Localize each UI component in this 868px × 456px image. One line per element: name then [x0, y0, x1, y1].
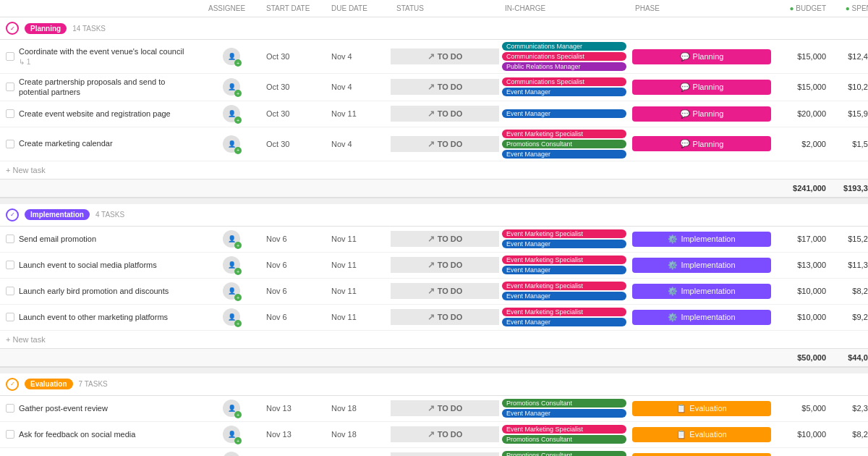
project-table: ASSIGNEE START DATE DUE DATE STATUS IN-C… [0, 0, 868, 456]
status-cell[interactable]: ↗ TO DO [391, 136, 499, 152]
add-assignee-button[interactable]: + [234, 268, 242, 275]
phase-cell: 📋 Evaluation [629, 425, 774, 444]
todo-label: TO DO [438, 52, 463, 61]
phase-icon: 📋 [676, 430, 686, 439]
todo-badge: ↗ TO DO [427, 312, 463, 322]
status-cell[interactable]: ↗ TO DO [391, 309, 499, 325]
spend-cell: $8,234 [832, 285, 868, 297]
due-date-cell: Nov 11 [326, 259, 391, 271]
task-name: Send email promotion [19, 234, 96, 244]
task-checkbox[interactable] [6, 52, 14, 61]
section-circle-planning[interactable]: ✓ [6, 22, 19, 35]
section-circle-evaluation[interactable]: ✓ [6, 378, 19, 391]
task-name: Create event website and registration pa… [19, 109, 171, 119]
phase-icon: ⚙️ [668, 287, 678, 296]
assignee-cell: 👤 + [203, 308, 260, 326]
task-name-cell: Launch event to social media platforms [0, 257, 203, 273]
task-checkbox[interactable] [6, 261, 14, 269]
status-cell[interactable]: ↗ TO DO [391, 257, 499, 273]
phase-label: Planning [693, 109, 724, 118]
status-cell[interactable]: ↗ TO DO [391, 231, 499, 247]
todo-label: TO DO [438, 261, 463, 269]
spend-cell: $12,402 [832, 51, 868, 62]
incharge-tag: Promotions Consultant [502, 140, 626, 148]
incharge-cell: Communications SpecialistEvent Manager [499, 75, 629, 98]
todo-icon: ↗ [427, 260, 435, 270]
add-assignee-button[interactable]: + [234, 437, 242, 444]
assignee-avatar: 👤 + [223, 400, 240, 417]
task-row: Gather post-event review 👤 + Nov 13 Nov … [0, 396, 868, 422]
status-cell[interactable]: ↗ TO DO [391, 400, 499, 416]
task-checkbox[interactable] [6, 109, 14, 118]
assignee-cell: 👤 + [203, 256, 260, 274]
budget-cell: $15,000 [774, 51, 832, 62]
todo-label: TO DO [438, 313, 463, 321]
status-cell[interactable]: ↗ TO DO [391, 283, 499, 299]
task-row: Send email promotion 👤 + Nov 6 Nov 11 ↗ … [0, 227, 868, 253]
phase-label: Evaluation [689, 430, 726, 439]
incharge-tag: Promotions Consultant [502, 399, 626, 408]
add-assignee-button[interactable]: + [234, 59, 242, 67]
section-circle-implementation[interactable]: ✓ [6, 208, 19, 221]
assignee-avatar: 👤 + [223, 230, 240, 248]
col-incharge: IN-CHARGE [499, 3, 629, 14]
task-checkbox[interactable] [6, 287, 14, 295]
incharge-cell: Event Marketing SpecialistEvent Manager [499, 279, 629, 303]
status-cell[interactable]: ↗ TO DO [391, 426, 499, 442]
phase-label: Implementation [681, 313, 735, 321]
task-checkbox[interactable] [6, 140, 14, 148]
status-cell[interactable]: ↗ TO DO [391, 452, 499, 456]
avatar-icon: 👤 [228, 313, 236, 321]
spend-cell: $9,284 [832, 311, 868, 323]
add-assignee-button[interactable]: + [234, 117, 242, 124]
todo-badge: ↗ TO DO [427, 286, 463, 296]
assignee-cell: 👤 + [203, 48, 260, 65]
todo-badge: ↗ TO DO [427, 260, 463, 270]
due-date-cell: Nov 4 [326, 51, 391, 62]
task-checkbox[interactable] [6, 313, 14, 321]
add-assignee-button[interactable]: + [234, 242, 242, 249]
status-cell[interactable]: ↗ TO DO [391, 106, 499, 122]
incharge-cell: Event Manager [499, 107, 629, 120]
assignee-cell: 👤 + [203, 452, 260, 456]
new-task-button[interactable]: + New task [6, 335, 46, 344]
incharge-tag: Event Marketing Specialist [502, 282, 626, 290]
status-cell[interactable]: ↗ TO DO [391, 79, 499, 95]
incharge-cell: Event Marketing SpecialistEvent Manager [499, 227, 629, 250]
task-checkbox[interactable] [6, 83, 14, 91]
incharge-tag: Promotions Consultant [502, 451, 626, 456]
avatar-icon: 👤 [228, 110, 236, 117]
new-task-button[interactable]: + New task [6, 166, 46, 174]
phase-label: Implementation [681, 287, 735, 295]
add-assignee-button[interactable]: + [234, 147, 242, 154]
todo-icon: ↗ [427, 139, 435, 149]
todo-label: TO DO [438, 109, 463, 118]
task-name: Launch event to social media platforms [19, 260, 157, 270]
subtotal-budget: $241,000 [774, 182, 832, 194]
task-checkbox[interactable] [6, 404, 14, 413]
task-row: Launch event to other marketing platform… [0, 305, 868, 331]
subtotal-budget: $50,000 [774, 352, 832, 363]
incharge-tag: Event Manager [502, 318, 626, 326]
status-cell[interactable]: ↗ TO DO [391, 48, 499, 64]
budget-cell: $15,000 [774, 81, 832, 93]
phase-icon: 💬 [680, 83, 690, 92]
incharge-tag: Event Marketing Specialist [502, 256, 626, 264]
due-date-cell: Nov 18 [326, 428, 391, 440]
due-date-cell: Nov 4 [326, 138, 391, 150]
budget-cell: $10,000 [774, 311, 832, 323]
task-checkbox[interactable] [6, 235, 14, 243]
task-checkbox[interactable] [6, 430, 14, 439]
add-assignee-button[interactable]: + [234, 294, 242, 301]
add-assignee-button[interactable]: + [234, 411, 242, 418]
add-assignee-button[interactable]: + [234, 320, 242, 327]
avatar-icon: 👤 [228, 140, 236, 148]
phase-cell: 💬 Planning [629, 134, 774, 153]
phase-label: Planning [693, 140, 724, 148]
phase-badge: 💬 Planning [632, 106, 771, 122]
incharge-cell: Event Marketing SpecialistEvent Manager [499, 253, 629, 276]
incharge-cell: Promotions ConsultantEvent Manager [499, 397, 629, 420]
section-task-count-implementation: 4 TASKS [95, 211, 124, 219]
budget-cell: $10,000 [774, 428, 832, 440]
add-assignee-button[interactable]: + [234, 90, 242, 97]
